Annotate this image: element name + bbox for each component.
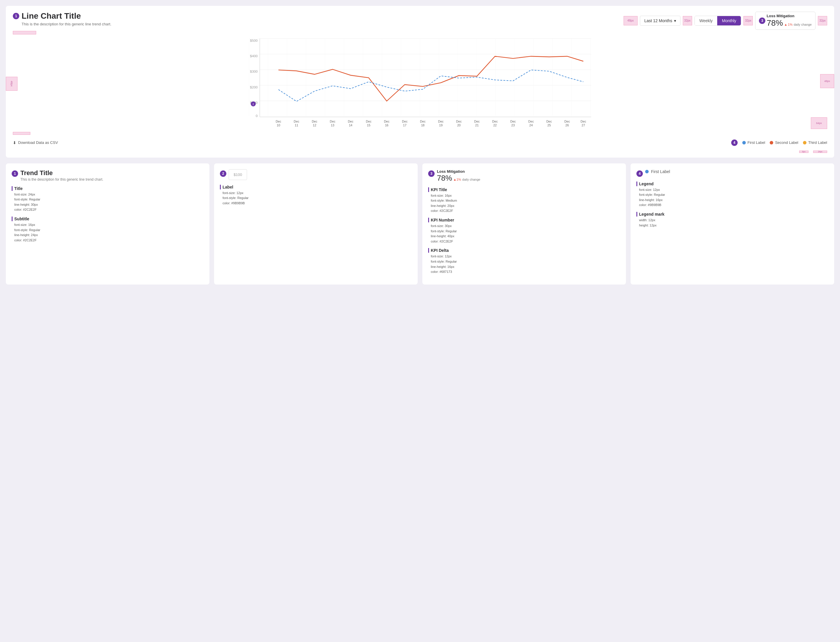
spec-field-title-detail: font-size: 24pxfont-style: Regularline-h…: [12, 192, 204, 212]
svg-text:Dec: Dec: [402, 120, 408, 123]
spec-field-kpi-title-detail: font-size: 16pxfont-style: Mediumline-he…: [428, 193, 620, 214]
svg-text:10: 10: [277, 123, 280, 126]
download-label: Download Data as CSV: [18, 140, 58, 145]
kpi-badge: 3: [759, 18, 766, 24]
legend-item-second: Second Label: [770, 140, 798, 145]
spec-field-legend: Legend font-size: 12pxfont-style: Regula…: [636, 182, 828, 208]
chart-controls: 48px Last 12 Months ▾ 32px Weekly Monthl…: [623, 12, 827, 30]
spacer-32px-1: 32px: [683, 16, 692, 25]
chart-area: 48px $500 $400 $300 $200 $100 0: [6, 36, 834, 132]
svg-text:27: 27: [582, 123, 585, 126]
spec-card-3-header: 3 Loss Mitigation 78% ▲1% daily change: [428, 169, 620, 183]
spec-field-legend-mark-label: Legend mark: [636, 212, 828, 217]
spec-card-1-header: 1 Trend Title This is the description fo…: [12, 169, 204, 182]
spec-card-2-header: 2 $100: [220, 169, 412, 180]
spec-field-title: Title font-size: 24pxfont-style: Regular…: [12, 186, 204, 212]
delta-arrow: ▲: [784, 23, 787, 26]
legend-label-second: Second Label: [775, 140, 798, 145]
spacer-row-bottom: [6, 132, 834, 136]
spec-legend-dot: [645, 170, 649, 173]
download-icon: ⬇: [13, 140, 16, 145]
svg-text:11: 11: [295, 123, 298, 126]
spec-field-legend-detail: font-size: 12pxfont-style: Regularline-h…: [636, 187, 828, 208]
spec-field-kpi-delta-detail: font-size: 12pxfont-style: Regularline-h…: [428, 254, 620, 274]
spec-kpi-delta: ▲1%: [453, 178, 461, 181]
svg-text:22: 22: [493, 123, 497, 126]
svg-text:15: 15: [367, 123, 371, 126]
left-spacers: 48px: [6, 77, 18, 91]
svg-text:Dec: Dec: [384, 120, 390, 123]
svg-text:Dec: Dec: [366, 120, 372, 123]
svg-text:23: 23: [511, 123, 515, 126]
chart-title: Line Chart Title: [22, 12, 112, 21]
svg-text:Dec: Dec: [581, 120, 586, 123]
tab-monthly[interactable]: Monthly: [717, 16, 741, 25]
bottom-spacers-row: 8px 24px: [6, 151, 834, 157]
spec-badge-4: 4: [636, 170, 643, 177]
spec-kpi-row: 78% ▲1% daily change: [437, 173, 481, 183]
svg-text:20: 20: [457, 123, 461, 126]
svg-text:13: 13: [331, 123, 334, 126]
svg-text:Dec: Dec: [438, 120, 444, 123]
svg-text:Dec: Dec: [546, 120, 552, 123]
legend-badge: 4: [731, 139, 738, 146]
kpi-display: Loss Mitigation 78% ▲1% daily change: [437, 169, 481, 183]
kpi-section: 3 Loss Mitigation 78% ▲ 1% daily change: [755, 12, 816, 30]
spec-field-kpi-number: KPI Number font-size: 30pxfont-style: Re…: [428, 218, 620, 244]
svg-text:19: 19: [439, 123, 443, 126]
spec-field-subtitle-detail: font-size: 16pxfont-style: Regularline-h…: [12, 222, 204, 243]
svg-text:14: 14: [349, 123, 352, 126]
spec-field-label: Label font-size: 12pxfont-style: Regular…: [220, 185, 412, 206]
spec-card-legend: 4 First Label Legend font-size: 12pxfont…: [631, 164, 834, 285]
spec-field-label-title: Label: [220, 185, 412, 190]
spec-field-kpi-number-detail: font-size: 30pxfont-style: Regularline-h…: [428, 224, 620, 244]
spec-card-label: 2 $100 Label font-size: 12pxfont-style: …: [214, 164, 418, 285]
spec-field-legend-label: Legend: [636, 182, 828, 186]
date-range-label: Last 12 Months: [644, 18, 672, 23]
legend-label-third: Third Label: [808, 140, 827, 145]
spec-section: 1 Trend Title This is the description fo…: [6, 164, 834, 285]
date-range-button[interactable]: Last 12 Months ▾: [640, 16, 680, 26]
spec-field-legend-mark-detail: width: 12pxheight: 12px: [636, 218, 828, 228]
legend-label-first: First Label: [748, 140, 766, 145]
spec-legend-label: First Label: [651, 169, 670, 174]
svg-text:Dec: Dec: [510, 120, 516, 123]
svg-text:$400: $400: [250, 54, 258, 58]
spec-kpi-number: 78%: [437, 173, 452, 183]
svg-text:Dec: Dec: [348, 120, 354, 123]
legend-group: 4 First Label Second Label Third Label: [731, 139, 827, 146]
chart-footer: ⬇ Download Data as CSV 4 First Label Sec…: [6, 136, 834, 151]
svg-text:12: 12: [313, 123, 316, 126]
spec-legend-display: First Label: [645, 169, 670, 174]
tab-weekly[interactable]: Weekly: [695, 16, 717, 25]
chevron-down-icon: ▾: [674, 18, 676, 23]
svg-text:0: 0: [256, 113, 258, 117]
spacer-row-top: [6, 30, 834, 36]
spacer-64px: 64px: [811, 117, 827, 129]
legend-item-first: First Label: [742, 140, 766, 145]
svg-text:2: 2: [252, 102, 254, 105]
chart-subtitle: This is the description for this generic…: [22, 22, 112, 26]
spec-field-legend-mark: Legend mark width: 12pxheight: 12px: [636, 212, 828, 228]
spacer-right-48px: 48px: [820, 74, 834, 88]
kpi-delta: ▲ 1%: [784, 23, 793, 26]
svg-text:Dec: Dec: [474, 120, 480, 123]
spec-field-title-label: Title: [12, 186, 204, 191]
chart-badge: 1: [13, 13, 19, 19]
kpi-title: Loss Mitigation: [767, 14, 812, 18]
spec-field-subtitle-label: Subtitle: [12, 217, 204, 221]
download-csv-button[interactable]: ⬇ Download Data as CSV: [13, 140, 58, 145]
spec-field-kpi-number-label: KPI Number: [428, 218, 620, 222]
chart-title-section: 1 Line Chart Title This is the descripti…: [13, 12, 112, 26]
svg-text:Dec: Dec: [420, 120, 426, 123]
svg-text:17: 17: [403, 123, 406, 126]
spacer-32px-3: 32px: [818, 16, 827, 25]
kpi-number: 78%: [767, 18, 783, 28]
chart-header: 1 Line Chart Title This is the descripti…: [6, 6, 834, 30]
spec-kpi-title: Loss Mitigation: [437, 169, 481, 173]
svg-text:16: 16: [385, 123, 388, 126]
svg-text:Dec: Dec: [528, 120, 534, 123]
svg-text:Dec: Dec: [564, 120, 570, 123]
line-chart-svg: $500 $400 $300 $200 $100 0: [13, 39, 827, 132]
spec-trend-subtitle: This is the description for this generic…: [20, 177, 103, 182]
